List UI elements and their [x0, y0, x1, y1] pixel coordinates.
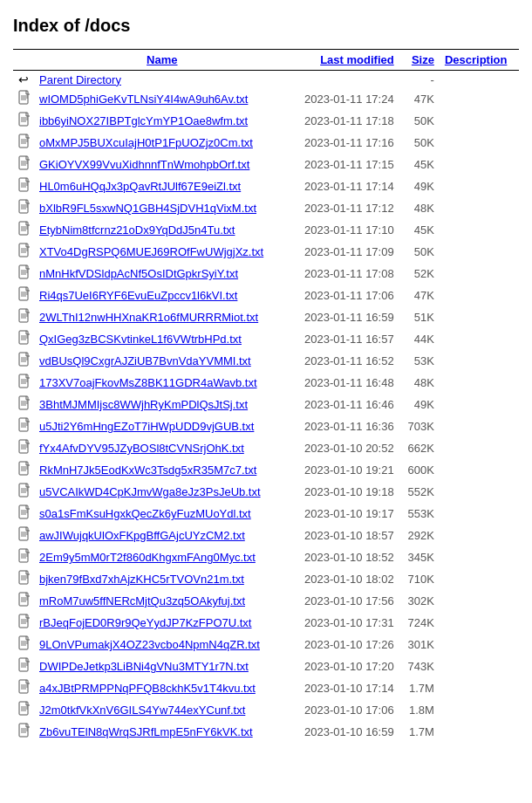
- size-sort-link[interactable]: Size: [412, 53, 434, 66]
- file-desc-cell: [440, 546, 519, 568]
- file-link[interactable]: 173XV7oajFkovMsZ8BK11GDR4aWavb.txt: [39, 376, 257, 389]
- table-row: rBJeqFojED0R9r9QeYydJP7KzFPO7U.txt2023-0…: [13, 612, 519, 634]
- file-size-cell: 44K: [399, 328, 440, 350]
- file-size-cell: 724K: [399, 612, 440, 634]
- file-link[interactable]: 2WLThI12nwHHXnaKR1o6fMURRRMiot.txt: [39, 311, 258, 324]
- file-icon-cell: [13, 546, 34, 568]
- file-icon-cell: [13, 263, 34, 285]
- file-name-cell: Zb6vuTElN8qWrqSJRfLmpE5nFY6kVK.txt: [34, 721, 290, 743]
- table-row: 3BhtMJMMIjsc8WWjhRyKmPDlQsJtSj.txt2023-0…: [13, 394, 519, 415]
- file-desc-cell: [440, 437, 519, 459]
- file-desc-cell: [440, 306, 519, 328]
- table-row: ibb6yiNOX27IBPTglcYmYP1Oae8wfm.txt2023-0…: [13, 110, 519, 132]
- file-size-cell: 49K: [399, 175, 440, 197]
- icon-header: [13, 50, 34, 71]
- file-link[interactable]: QxIGeg3zBCSKvtinkeL1f6VWtrbHPd.txt: [39, 333, 242, 346]
- file-icon-cell: [13, 132, 34, 154]
- file-icon-cell: [13, 568, 34, 590]
- file-size-cell: 553K: [399, 503, 440, 525]
- file-size-cell: 51K: [399, 306, 440, 328]
- file-link[interactable]: GKiOYVX99VvuXidhnnfTnWmohpbOrf.txt: [39, 158, 249, 171]
- parent-directory-link[interactable]: Parent Directory: [39, 73, 121, 86]
- file-link[interactable]: DWIPDeJetkp3LiBNi4gVNu3MTY1r7N.txt: [39, 660, 249, 673]
- file-icon: [18, 548, 32, 564]
- file-link[interactable]: Zb6vuTElN8qWrqSJRfLmpE5nFY6kVK.txt: [39, 725, 253, 738]
- file-name-cell: nMnHkfVDSldpAcNf5OsIDtGpkrSyiY.txt: [34, 263, 290, 285]
- file-link[interactable]: s0a1sFmKsuHgxkQecZk6yFuzMUoYdl.txt: [39, 507, 251, 520]
- file-name-cell: RkMnH7Jk5EodKxWc3Tsdg5xR35M7c7.txt: [34, 459, 290, 481]
- file-modified-cell: 2023-01-11 17:15: [290, 154, 399, 175]
- file-icon: [18, 635, 32, 651]
- file-link[interactable]: EtybNim8tfcrnz21oDx9YqDdJ5n4Tu.txt: [39, 223, 235, 237]
- file-link[interactable]: 3BhtMJMMIjsc8WWjhRyKmPDlQsJtSj.txt: [39, 398, 248, 411]
- modified-sort-link[interactable]: Last modified: [320, 53, 394, 66]
- file-link[interactable]: bXlbR9FL5sxwNQ1GBH4SjDVH1qVixM.txt: [39, 202, 256, 215]
- file-icon: [18, 199, 32, 215]
- file-icon-cell: [13, 241, 34, 263]
- file-size-cell: 50K: [399, 132, 440, 154]
- file-desc-cell: [440, 197, 519, 219]
- file-icon: [18, 243, 32, 258]
- file-icon-cell: [13, 394, 34, 415]
- file-modified-cell: 2023-01-10 17:06: [290, 699, 399, 721]
- file-link[interactable]: J2m0tkfVkXnV6GILS4Yw744exYCunf.txt: [39, 703, 245, 717]
- file-size-cell: 52K: [399, 263, 440, 285]
- file-size-cell: 302K: [399, 590, 440, 612]
- file-link[interactable]: 2Em9y5mM0rT2f860dKhgxmFAng0Myc.txt: [39, 551, 256, 564]
- name-sort-link[interactable]: Name: [147, 53, 177, 66]
- file-link[interactable]: awJIWujqkUlOxFKpgBffGAjcUYzCM2.txt: [39, 529, 245, 542]
- back-arrow-icon: ↩: [18, 72, 29, 86]
- file-link[interactable]: rBJeqFojED0R9r9QeYydJP7KzFPO7U.txt: [39, 616, 251, 629]
- file-name-cell: u5VCAIkWD4CpKJmvWga8eJz3PsJeUb.txt: [34, 481, 290, 503]
- file-desc-cell: [440, 612, 519, 634]
- table-row: J2m0tkfVkXnV6GILS4Yw744exYCunf.txt2023-0…: [13, 699, 519, 721]
- file-link[interactable]: fYx4AfvDYV95JZyBOSl8tCVNSrjOhK.txt: [39, 442, 244, 455]
- file-desc-cell: [440, 568, 519, 590]
- file-desc-cell: [440, 634, 519, 655]
- file-modified-cell: 2023-01-10 17:31: [290, 612, 399, 634]
- file-link[interactable]: Ri4qs7UeI6RYF6EvuEuZpccv1l6kVI.txt: [39, 289, 237, 302]
- file-name-cell: awJIWujqkUlOxFKpgBffGAjcUYzCM2.txt: [34, 525, 290, 546]
- file-link[interactable]: u5Jti2Y6mHngEZoT7iHWpUDD9vjGUB.txt: [39, 420, 254, 433]
- file-link[interactable]: nMnHkfVDSldpAcNf5OsIDtGpkrSyiY.txt: [39, 267, 238, 280]
- file-link[interactable]: XTVo4DgRSPQ6MUEJ69ROfFwUWjgjXz.txt: [39, 245, 263, 258]
- file-link[interactable]: ibb6yiNOX27IBPTglcYmYP1Oae8wfm.txt: [39, 114, 248, 127]
- table-row: 9LOnVPumakjX4OZ23vcbo4NpmN4qZR.txt2023-0…: [13, 634, 519, 655]
- file-size-cell: 50K: [399, 241, 440, 263]
- file-icon: [18, 570, 32, 586]
- file-link[interactable]: bjken79fBxd7xhAjzKHC5rTVOVn21m.txt: [39, 573, 244, 586]
- file-size-cell: 710K: [399, 568, 440, 590]
- table-row: s0a1sFmKsuHgxkQecZk6yFuzMUoYdl.txt2023-0…: [13, 503, 519, 525]
- file-name-cell: s0a1sFmKsuHgxkQecZk6yFuzMUoYdl.txt: [34, 503, 290, 525]
- file-link[interactable]: wIOMD5phiGeKvTLNsiY4I4wA9uh6Av.txt: [39, 93, 248, 106]
- file-icon-cell: [13, 175, 34, 197]
- size-header: Size: [399, 50, 440, 71]
- file-link[interactable]: vdBUsQl9CxgrAJZiUB7BvnVdaYVMMI.txt: [39, 354, 251, 367]
- file-modified-cell: 2023-01-11 16:48: [290, 372, 399, 394]
- file-modified-cell: 2023-01-11 17:16: [290, 132, 399, 154]
- file-link[interactable]: mRoM7uw5ffNERcMjtQu3zq5OAkyfuj.txt: [39, 594, 245, 607]
- parent-size-cell: -: [399, 71, 440, 89]
- description-sort-link[interactable]: Description: [445, 53, 508, 66]
- file-icon-cell: [13, 350, 34, 372]
- file-modified-cell: 2023-01-11 16:36: [290, 415, 399, 437]
- modified-header: Last modified: [290, 50, 399, 71]
- file-link[interactable]: a4xJBtPRMPPNqPFQB8ckhK5v1T4kvu.txt: [39, 682, 256, 695]
- file-desc-cell: [440, 350, 519, 372]
- table-row: DWIPDeJetkp3LiBNi4gVNu3MTY1r7N.txt2023-0…: [13, 655, 519, 677]
- file-link[interactable]: u5VCAIkWD4CpKJmvWga8eJz3PsJeUb.txt: [39, 485, 261, 498]
- file-modified-cell: 2023-01-11 16:52: [290, 350, 399, 372]
- file-size-cell: 552K: [399, 481, 440, 503]
- file-link[interactable]: oMxMPJ5BUXcuIajH0tP1FpUOZjz0Cm.txt: [39, 136, 253, 149]
- file-desc-cell: [440, 328, 519, 350]
- file-link[interactable]: RkMnH7Jk5EodKxWc3Tsdg5xR35M7c7.txt: [39, 463, 256, 477]
- table-row: Ri4qs7UeI6RYF6EvuEuZpccv1l6kVI.txt2023-0…: [13, 285, 519, 306]
- file-name-cell: u5Jti2Y6mHngEZoT7iHWpUDD9vjGUB.txt: [34, 415, 290, 437]
- file-icon-cell: [13, 612, 34, 634]
- file-icon: [18, 374, 32, 389]
- file-icon-cell: [13, 415, 34, 437]
- file-link[interactable]: 9LOnVPumakjX4OZ23vcbo4NpmN4qZR.txt: [39, 638, 260, 651]
- file-link[interactable]: HL0m6uHQqJx3pQavRtJUlf67E9eiZl.txt: [39, 180, 241, 193]
- file-icon: [18, 679, 32, 695]
- file-name-cell: bjken79fBxd7xhAjzKHC5rTVOVn21m.txt: [34, 568, 290, 590]
